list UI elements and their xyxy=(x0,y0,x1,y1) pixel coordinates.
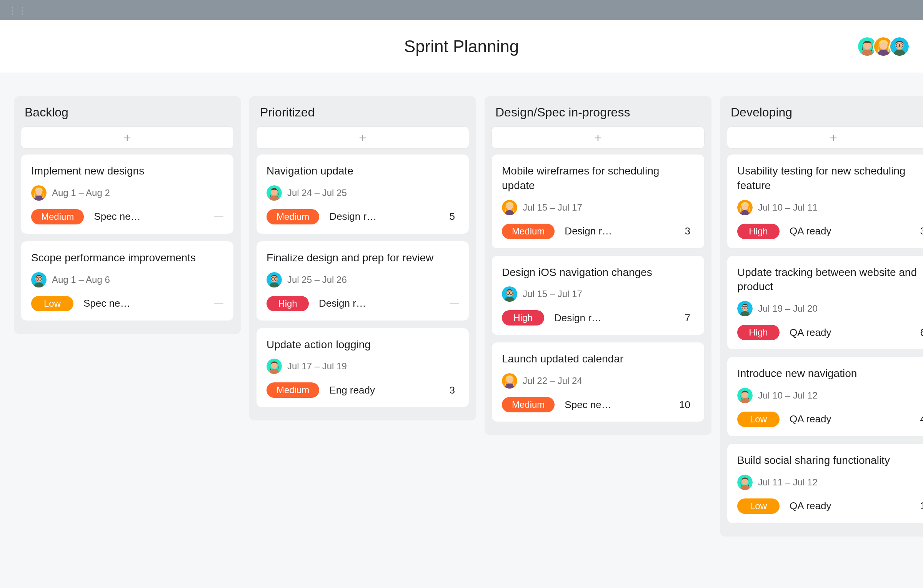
add-card-button[interactable]: + xyxy=(21,126,234,149)
task-card[interactable]: Design iOS navigation changesJul 15 – Ju… xyxy=(491,256,705,336)
column-title: Backlog xyxy=(14,96,241,126)
assignee-avatar[interactable] xyxy=(737,475,753,490)
task-footer: MediumSpec ne… xyxy=(31,209,223,224)
priority-pill[interactable]: Medium xyxy=(267,209,319,224)
task-card[interactable]: Update action loggingJul 17 – Jul 19Medi… xyxy=(256,328,469,408)
add-card-button[interactable]: + xyxy=(256,126,469,149)
priority-pill[interactable]: Medium xyxy=(267,382,319,398)
task-title: Update action logging xyxy=(267,337,459,352)
task-count: 3 xyxy=(685,225,694,237)
task-card[interactable]: Finalize design and prep for reviewJul 2… xyxy=(256,241,469,321)
task-dates: Jul 25 – Jul 26 xyxy=(287,274,347,285)
task-status: Spec ne… xyxy=(94,211,140,223)
priority-pill[interactable]: High xyxy=(502,310,544,326)
task-footer: LowSpec ne… xyxy=(31,296,223,311)
priority-pill[interactable]: High xyxy=(737,325,780,340)
task-card[interactable]: Navigation updateJul 24 – Jul 25MediumDe… xyxy=(256,154,469,234)
task-card[interactable]: Mobile wireframes for scheduling updateJ… xyxy=(491,154,705,249)
column-prioritized: Prioritized+Navigation updateJul 24 – Ju… xyxy=(249,96,476,420)
menu-dots-icon[interactable]: ⋮⋮ xyxy=(0,0,35,22)
task-card[interactable]: Usability testing for new scheduling fea… xyxy=(727,154,923,249)
task-footer: HighDesign r…7 xyxy=(502,310,694,326)
task-status: QA ready xyxy=(790,413,831,425)
assignee-avatar[interactable] xyxy=(267,185,282,201)
task-status: Spec ne… xyxy=(83,297,130,309)
column-backlog: Backlog+Implement new designsAug 1 – Aug… xyxy=(14,96,241,334)
task-status: QA ready xyxy=(790,327,831,339)
task-footer: MediumEng ready3 xyxy=(267,382,459,398)
plus-icon: + xyxy=(123,131,131,144)
task-count: 4 xyxy=(920,413,923,425)
team-avatars[interactable] xyxy=(861,36,910,57)
priority-pill[interactable]: Low xyxy=(737,412,780,427)
assignee-avatar[interactable] xyxy=(737,200,753,215)
task-footer: HighDesign r… xyxy=(267,296,459,311)
task-card[interactable]: Build social sharing functionalityJul 11… xyxy=(727,443,923,523)
priority-pill[interactable]: Low xyxy=(31,296,73,311)
task-title: Scope performance improvements xyxy=(31,251,223,265)
app-topbar: ⋮⋮ xyxy=(0,0,923,20)
task-title: Launch updated calendar xyxy=(502,352,694,366)
empty-count-dash-icon xyxy=(214,303,223,304)
priority-pill[interactable]: Medium xyxy=(502,397,555,412)
priority-pill[interactable]: Medium xyxy=(502,224,555,239)
task-status: Eng ready xyxy=(329,384,375,396)
task-footer: HighQA ready3 xyxy=(737,224,923,239)
priority-pill[interactable]: Low xyxy=(737,498,780,514)
assignee-avatar[interactable] xyxy=(267,359,282,374)
team-avatar-2[interactable] xyxy=(889,36,910,57)
priority-pill[interactable]: Medium xyxy=(31,209,84,224)
task-count: 6 xyxy=(920,327,923,339)
task-meta: Aug 1 – Aug 2 xyxy=(31,185,223,201)
assignee-avatar[interactable] xyxy=(502,200,517,215)
plus-icon: + xyxy=(359,131,367,144)
task-count: 10 xyxy=(679,399,694,411)
task-meta: Aug 1 – Aug 6 xyxy=(31,272,223,287)
assignee-avatar[interactable] xyxy=(737,388,753,403)
task-status: Design r… xyxy=(329,211,377,223)
assignee-avatar[interactable] xyxy=(502,373,517,389)
task-footer: HighQA ready6 xyxy=(737,325,923,340)
task-dates: Jul 22 – Jul 24 xyxy=(523,375,582,386)
assignee-avatar[interactable] xyxy=(31,272,47,287)
task-meta: Jul 19 – Jul 20 xyxy=(737,301,923,316)
task-count: 3 xyxy=(920,225,923,237)
task-dates: Aug 1 – Aug 6 xyxy=(52,274,110,285)
task-dates: Jul 15 – Jul 17 xyxy=(523,202,582,213)
task-title: Implement new designs xyxy=(31,164,223,178)
task-dates: Jul 17 – Jul 19 xyxy=(287,361,347,372)
task-meta: Jul 22 – Jul 24 xyxy=(502,373,694,389)
task-title: Introduce new navigation xyxy=(737,366,923,381)
task-card[interactable]: Launch updated calendarJul 22 – Jul 24Me… xyxy=(491,342,705,422)
column-design-spec-in-progress: Design/Spec in-progress+Mobile wireframe… xyxy=(485,96,711,435)
task-status: Spec ne… xyxy=(565,399,611,411)
task-meta: Jul 11 – Jul 12 xyxy=(737,475,923,490)
task-dates: Jul 24 – Jul 25 xyxy=(287,188,347,198)
task-meta: Jul 10 – Jul 11 xyxy=(737,200,923,215)
task-meta: Jul 17 – Jul 19 xyxy=(267,359,459,374)
assignee-avatar[interactable] xyxy=(267,272,282,287)
empty-count-dash-icon xyxy=(214,216,223,217)
task-card[interactable]: Scope performance improvementsAug 1 – Au… xyxy=(21,241,234,321)
task-count: 5 xyxy=(450,211,459,223)
task-dates: Jul 10 – Jul 11 xyxy=(758,202,818,213)
assignee-avatar[interactable] xyxy=(737,301,753,316)
task-meta: Jul 15 – Jul 17 xyxy=(502,286,694,302)
add-card-button[interactable]: + xyxy=(727,126,923,149)
task-footer: LowQA ready1 xyxy=(737,498,923,514)
task-count: 3 xyxy=(450,384,459,396)
assignee-avatar[interactable] xyxy=(31,185,47,201)
task-dates: Jul 15 – Jul 17 xyxy=(523,289,582,299)
task-meta: Jul 25 – Jul 26 xyxy=(267,272,459,287)
add-card-button[interactable]: + xyxy=(491,126,705,149)
assignee-avatar[interactable] xyxy=(502,286,517,302)
priority-pill[interactable]: High xyxy=(737,224,780,239)
task-title: Navigation update xyxy=(267,164,459,178)
task-card[interactable]: Implement new designsAug 1 – Aug 2Medium… xyxy=(21,154,234,234)
plus-icon: + xyxy=(594,131,602,144)
task-title: Design iOS navigation changes xyxy=(502,265,694,280)
task-card[interactable]: Update tracking between website and prod… xyxy=(727,256,923,350)
priority-pill[interactable]: High xyxy=(267,296,309,311)
task-title: Update tracking between website and prod… xyxy=(737,265,923,294)
task-card[interactable]: Introduce new navigationJul 10 – Jul 12L… xyxy=(727,357,923,437)
